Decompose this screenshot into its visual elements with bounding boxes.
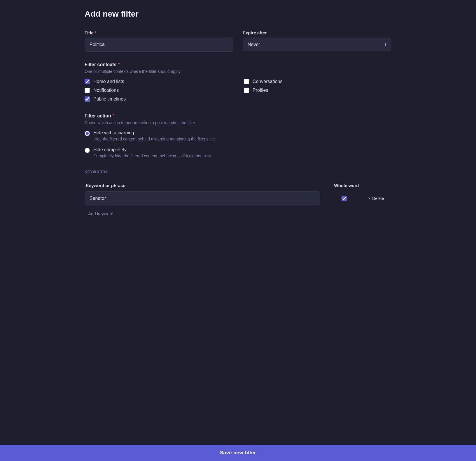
checkbox-home-label: Home and lists	[93, 79, 124, 84]
save-new-filter-button[interactable]: Save new filter	[0, 445, 476, 461]
title-expire-row: Title * Expire after Never 30 minutes 1 …	[85, 30, 391, 52]
title-label: Title *	[85, 30, 233, 35]
expire-select-wrapper: Never 30 minutes 1 hour 6 hours 12 hours…	[243, 38, 391, 51]
title-input[interactable]	[85, 38, 233, 52]
col-phrase-label: Keyword or phrase	[86, 183, 326, 188]
checkbox-conversations-label: Conversations	[253, 79, 282, 84]
radio-warn-input[interactable]	[85, 131, 90, 136]
filter-contexts-subtitle: One or multiple contexts where the filte…	[85, 69, 391, 74]
save-btn-label: Save new filter	[220, 450, 256, 455]
checkboxes-left-col: Home and lists Notifications Public time…	[85, 79, 232, 102]
col-whole-label: Whole word	[326, 183, 367, 188]
radio-warn-desc: Hide the filtered content behind a warni…	[93, 137, 216, 141]
keywords-table-header: Keyword or phrase Whole word	[85, 183, 391, 188]
delete-icon: ×	[368, 196, 370, 201]
title-required-star: *	[95, 30, 97, 35]
checkbox-profiles-input[interactable]	[244, 88, 249, 93]
checkbox-notifications[interactable]: Notifications	[85, 88, 232, 93]
contexts-required-star: *	[118, 62, 120, 67]
expire-label: Expire after	[243, 30, 391, 35]
radio-warn-label: Hide with a warning	[93, 130, 216, 136]
expire-group: Expire after Never 30 minutes 1 hour 6 h…	[243, 30, 391, 51]
filter-action-title: Filter action *	[85, 113, 391, 119]
radio-hide-input[interactable]	[85, 148, 90, 153]
radio-group: Hide with a warning Hide the filtered co…	[85, 130, 391, 158]
filter-contexts-title: Filter contexts *	[85, 62, 391, 67]
checkbox-public-input[interactable]	[85, 96, 90, 102]
action-required-star: *	[113, 113, 114, 119]
radio-hide-label: Hide completely	[93, 147, 211, 152]
whole-word-checkbox-wrapper	[324, 196, 365, 201]
radio-hide[interactable]: Hide completely Completely hide the filt…	[85, 147, 391, 158]
keyword-input[interactable]	[85, 191, 320, 205]
whole-word-checkbox[interactable]	[342, 196, 347, 201]
page-container: Add new filter Title * Expire after Neve…	[78, 0, 398, 254]
radio-hide-content: Hide completely Completely hide the filt…	[93, 147, 211, 158]
checkbox-profiles-label: Profiles	[253, 88, 268, 93]
checkbox-profiles[interactable]: Profiles	[244, 88, 391, 93]
checkbox-conversations[interactable]: Conversations	[244, 79, 391, 84]
add-keyword-button[interactable]: + Add keyword	[85, 209, 113, 219]
delete-keyword-button[interactable]: × Delete	[368, 195, 391, 202]
title-group: Title *	[85, 30, 233, 52]
checkbox-home-input[interactable]	[85, 79, 90, 84]
checkbox-notifications-label: Notifications	[93, 88, 119, 93]
checkbox-public[interactable]: Public timelines	[85, 96, 232, 102]
checkboxes-grid: Home and lists Notifications Public time…	[85, 79, 391, 102]
checkbox-notifications-input[interactable]	[85, 88, 90, 93]
checkbox-home[interactable]: Home and lists	[85, 79, 232, 84]
add-keyword-label: + Add keyword	[85, 211, 113, 216]
keyword-row: × Delete	[85, 191, 391, 205]
checkbox-public-label: Public timelines	[93, 96, 126, 102]
checkboxes-right-col: Conversations Profiles	[244, 79, 391, 102]
filter-action-subtitle: Chose which action to perform when a pos…	[85, 120, 391, 125]
keywords-section: KEYWORDS Keyword or phrase Whole word × …	[85, 170, 391, 219]
delete-label: Delete	[372, 196, 384, 201]
page-title: Add new filter	[85, 9, 391, 19]
keywords-header: KEYWORDS	[85, 170, 391, 177]
radio-warn-content: Hide with a warning Hide the filtered co…	[93, 130, 216, 141]
radio-hide-desc: Completely hide the filtered content, be…	[93, 154, 211, 158]
radio-warn[interactable]: Hide with a warning Hide the filtered co…	[85, 130, 391, 141]
checkbox-conversations-input[interactable]	[244, 79, 249, 84]
filter-action-section: Filter action * Chose which action to pe…	[85, 113, 391, 158]
filter-contexts-section: Filter contexts * One or multiple contex…	[85, 62, 391, 102]
expire-select[interactable]: Never 30 minutes 1 hour 6 hours 12 hours…	[243, 38, 391, 51]
